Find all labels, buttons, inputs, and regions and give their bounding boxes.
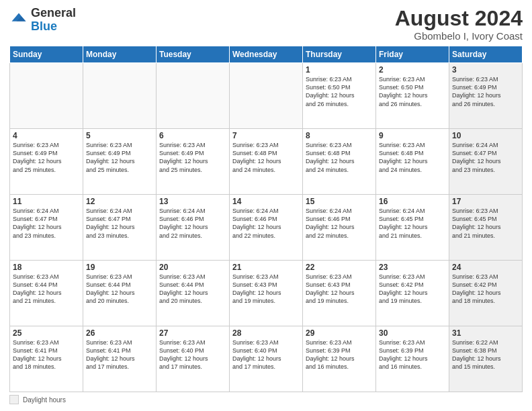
day-info: Sunrise: 6:24 AM Sunset: 6:47 PM Dayligh… [452, 141, 519, 174]
day-info: Sunrise: 6:23 AM Sunset: 6:40 PM Dayligh… [159, 338, 226, 371]
day-info: Sunrise: 6:24 AM Sunset: 6:46 PM Dayligh… [306, 207, 373, 240]
logo: General Blue [9, 7, 76, 34]
day-info: Sunrise: 6:22 AM Sunset: 6:38 PM Dayligh… [452, 338, 519, 371]
day-info: Sunrise: 6:24 AM Sunset: 6:46 PM Dayligh… [159, 207, 226, 240]
day-number: 7 [232, 131, 300, 140]
column-header-wednesday: Wednesday [230, 46, 303, 63]
day-info: Sunrise: 6:23 AM Sunset: 6:44 PM Dayligh… [13, 273, 80, 306]
day-info: Sunrise: 6:24 AM Sunset: 6:47 PM Dayligh… [86, 207, 153, 240]
day-info: Sunrise: 6:23 AM Sunset: 6:45 PM Dayligh… [452, 207, 519, 240]
day-number: 26 [86, 328, 153, 338]
day-number: 4 [13, 131, 80, 140]
calendar-table: SundayMondayTuesdayWednesdayThursdayFrid… [9, 46, 523, 392]
day-info: Sunrise: 6:23 AM Sunset: 6:50 PM Dayligh… [306, 75, 373, 108]
column-header-saturday: Saturday [449, 46, 523, 63]
calendar-cell: 21Sunrise: 6:23 AM Sunset: 6:43 PM Dayli… [230, 261, 303, 326]
column-header-monday: Monday [83, 46, 157, 63]
day-number: 12 [86, 197, 153, 206]
calendar-title: August 2024 [395, 7, 523, 30]
day-info: Sunrise: 6:23 AM Sunset: 6:40 PM Dayligh… [232, 338, 300, 371]
day-number: 23 [379, 263, 446, 272]
day-number: 3 [452, 65, 519, 75]
calendar-cell: 14Sunrise: 6:24 AM Sunset: 6:46 PM Dayli… [230, 195, 303, 261]
day-info: Sunrise: 6:24 AM Sunset: 6:47 PM Dayligh… [13, 207, 80, 240]
calendar-cell: 29Sunrise: 6:23 AM Sunset: 6:39 PM Dayli… [303, 326, 376, 392]
day-number: 6 [159, 131, 226, 140]
day-number: 22 [306, 263, 373, 272]
day-number: 29 [306, 328, 373, 338]
column-header-sunday: Sunday [10, 46, 83, 63]
calendar-cell: 31Sunrise: 6:22 AM Sunset: 6:38 PM Dayli… [449, 326, 523, 392]
day-number: 1 [306, 65, 373, 75]
calendar-cell: 3Sunrise: 6:23 AM Sunset: 6:49 PM Daylig… [449, 63, 523, 129]
calendar-cell: 8Sunrise: 6:23 AM Sunset: 6:48 PM Daylig… [303, 129, 376, 195]
day-number: 2 [379, 65, 446, 75]
day-info: Sunrise: 6:23 AM Sunset: 6:41 PM Dayligh… [13, 338, 80, 371]
calendar-cell: 4Sunrise: 6:23 AM Sunset: 6:49 PM Daylig… [10, 129, 83, 195]
day-number: 30 [379, 328, 446, 338]
title-block: August 2024 Gbombelo I, Ivory Coast [395, 7, 523, 42]
week-row-2: 4Sunrise: 6:23 AM Sunset: 6:49 PM Daylig… [10, 129, 523, 195]
footer: Daylight hours [9, 395, 523, 404]
day-number: 5 [86, 131, 153, 140]
calendar-cell: 19Sunrise: 6:23 AM Sunset: 6:44 PM Dayli… [83, 261, 157, 326]
day-number: 16 [379, 197, 446, 206]
calendar-cell: 6Sunrise: 6:23 AM Sunset: 6:49 PM Daylig… [157, 129, 230, 195]
calendar-cell: 17Sunrise: 6:23 AM Sunset: 6:45 PM Dayli… [449, 195, 523, 261]
calendar-header-row: SundayMondayTuesdayWednesdayThursdayFrid… [10, 46, 523, 63]
week-row-5: 25Sunrise: 6:23 AM Sunset: 6:41 PM Dayli… [10, 326, 523, 392]
calendar-cell: 30Sunrise: 6:23 AM Sunset: 6:39 PM Dayli… [376, 326, 449, 392]
day-info: Sunrise: 6:23 AM Sunset: 6:44 PM Dayligh… [159, 273, 226, 306]
day-info: Sunrise: 6:23 AM Sunset: 6:42 PM Dayligh… [452, 273, 519, 306]
calendar-cell: 27Sunrise: 6:23 AM Sunset: 6:40 PM Dayli… [157, 326, 230, 392]
day-number: 18 [13, 263, 80, 272]
calendar-cell: 24Sunrise: 6:23 AM Sunset: 6:42 PM Dayli… [449, 261, 523, 326]
calendar-cell: 11Sunrise: 6:24 AM Sunset: 6:47 PM Dayli… [10, 195, 83, 261]
week-row-1: 1Sunrise: 6:23 AM Sunset: 6:50 PM Daylig… [10, 63, 523, 129]
week-row-3: 11Sunrise: 6:24 AM Sunset: 6:47 PM Dayli… [10, 195, 523, 261]
day-info: Sunrise: 6:24 AM Sunset: 6:46 PM Dayligh… [232, 207, 300, 240]
day-info: Sunrise: 6:23 AM Sunset: 6:48 PM Dayligh… [306, 141, 373, 174]
calendar-cell: 22Sunrise: 6:23 AM Sunset: 6:43 PM Dayli… [303, 261, 376, 326]
calendar-cell: 2Sunrise: 6:23 AM Sunset: 6:50 PM Daylig… [376, 63, 449, 129]
calendar-cell: 1Sunrise: 6:23 AM Sunset: 6:50 PM Daylig… [303, 63, 376, 129]
day-info: Sunrise: 6:23 AM Sunset: 6:41 PM Dayligh… [86, 338, 153, 371]
calendar-cell: 28Sunrise: 6:23 AM Sunset: 6:40 PM Dayli… [230, 326, 303, 392]
day-number: 31 [452, 328, 519, 338]
calendar-cell [10, 63, 83, 129]
calendar-cell: 9Sunrise: 6:23 AM Sunset: 6:48 PM Daylig… [376, 129, 449, 195]
day-info: Sunrise: 6:23 AM Sunset: 6:44 PM Dayligh… [86, 273, 153, 306]
day-number: 14 [232, 197, 300, 206]
day-info: Sunrise: 6:23 AM Sunset: 6:43 PM Dayligh… [232, 273, 300, 306]
calendar-cell: 7Sunrise: 6:23 AM Sunset: 6:48 PM Daylig… [230, 129, 303, 195]
week-row-4: 18Sunrise: 6:23 AM Sunset: 6:44 PM Dayli… [10, 261, 523, 326]
calendar-cell: 10Sunrise: 6:24 AM Sunset: 6:47 PM Dayli… [449, 129, 523, 195]
day-info: Sunrise: 6:23 AM Sunset: 6:49 PM Dayligh… [86, 141, 153, 174]
day-number: 27 [159, 328, 226, 338]
calendar-cell: 18Sunrise: 6:23 AM Sunset: 6:44 PM Dayli… [10, 261, 83, 326]
day-number: 10 [452, 131, 519, 140]
day-info: Sunrise: 6:23 AM Sunset: 6:49 PM Dayligh… [452, 75, 519, 108]
day-info: Sunrise: 6:23 AM Sunset: 6:43 PM Dayligh… [306, 273, 373, 306]
column-header-thursday: Thursday [303, 46, 376, 63]
calendar-cell: 15Sunrise: 6:24 AM Sunset: 6:46 PM Dayli… [303, 195, 376, 261]
calendar-cell: 26Sunrise: 6:23 AM Sunset: 6:41 PM Dayli… [83, 326, 157, 392]
day-number: 20 [159, 263, 226, 272]
logo-general: General [31, 6, 76, 19]
calendar-cell: 16Sunrise: 6:24 AM Sunset: 6:45 PM Dayli… [376, 195, 449, 261]
day-number: 8 [306, 131, 373, 140]
day-info: Sunrise: 6:23 AM Sunset: 6:48 PM Dayligh… [232, 141, 300, 174]
calendar-cell [230, 63, 303, 129]
day-info: Sunrise: 6:24 AM Sunset: 6:45 PM Dayligh… [379, 207, 446, 240]
day-info: Sunrise: 6:23 AM Sunset: 6:39 PM Dayligh… [306, 338, 373, 371]
day-info: Sunrise: 6:23 AM Sunset: 6:48 PM Dayligh… [379, 141, 446, 174]
day-number: 11 [13, 197, 80, 206]
calendar-cell: 25Sunrise: 6:23 AM Sunset: 6:41 PM Dayli… [10, 326, 83, 392]
day-number: 28 [232, 328, 300, 338]
daylight-label: Daylight hours [23, 396, 66, 404]
day-number: 25 [13, 328, 80, 338]
day-number: 24 [452, 263, 519, 272]
calendar-cell: 12Sunrise: 6:24 AM Sunset: 6:47 PM Dayli… [83, 195, 157, 261]
day-number: 9 [379, 131, 446, 140]
day-info: Sunrise: 6:23 AM Sunset: 6:49 PM Dayligh… [13, 141, 80, 174]
